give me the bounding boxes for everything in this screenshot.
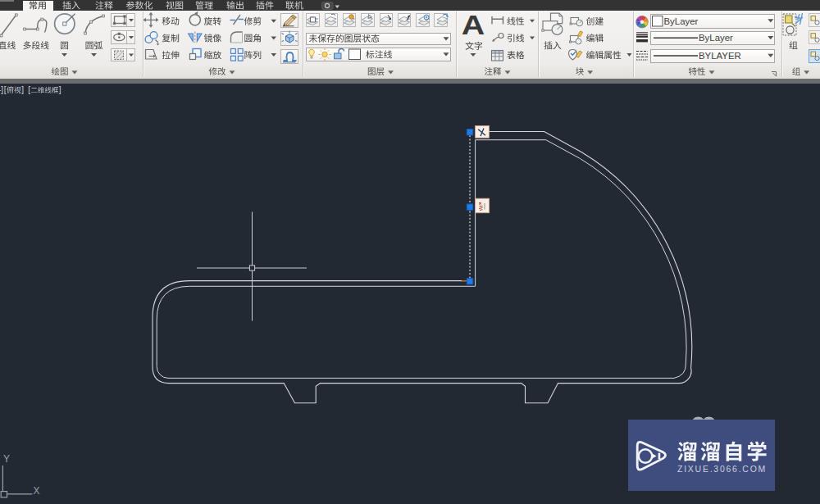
svg-text:ZIXUE.3066.COM: ZIXUE.3066.COM [677, 464, 767, 474]
svg-text:ByLayer: ByLayer [699, 33, 733, 43]
svg-text:Y: Y [3, 453, 10, 465]
svg-text:ByLayer: ByLayer [664, 16, 699, 26]
svg-text:]: ] [21, 85, 24, 94]
svg-text:[: [ [28, 85, 30, 94]
svg-text:A: A [462, 10, 485, 41]
svg-text:[: [ [4, 85, 7, 94]
svg-text:X: X [34, 485, 40, 497]
svg-text:BYLAYER: BYLAYER [699, 51, 741, 61]
svg-text:-]: -] [0, 85, 3, 94]
svg-text:]: ] [59, 85, 61, 94]
